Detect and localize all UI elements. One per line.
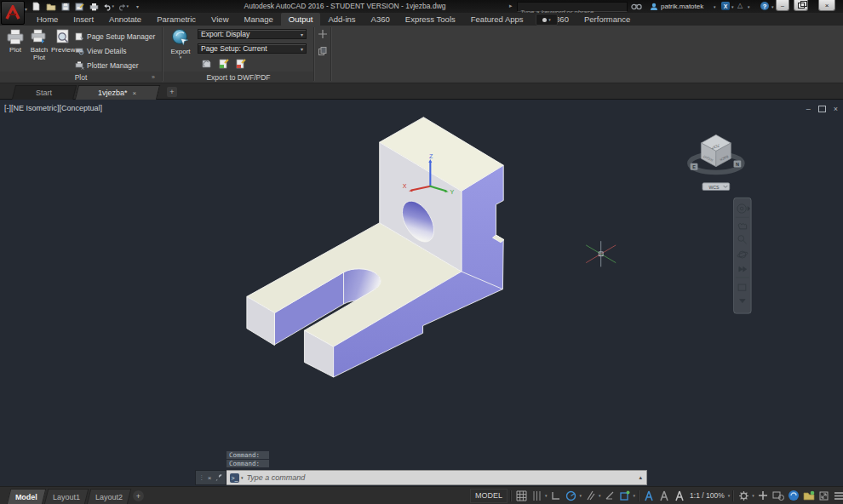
help-button[interactable]: ? [760,2,769,10]
viewcube[interactable]: E N TOP RIGHT BACK WCS [690,135,743,190]
undo-caret-icon[interactable]: ▾ [112,4,114,9]
tab-insert[interactable]: Insert [66,13,101,26]
export-button[interactable]: Export ▾ [167,28,194,60]
undo-button[interactable]: ▾ [103,2,114,12]
minimize-button[interactable]: – [776,0,789,11]
command-recent-icon[interactable]: >_ [230,473,239,483]
a360-caret-icon[interactable]: ▾ [748,4,750,9]
command-bar-grip-icon[interactable]: ⋮ [198,474,204,481]
isolate-objects-toggle[interactable] [802,489,816,502]
tab-performance[interactable]: Performance [576,13,638,26]
save-as-button[interactable] [74,2,85,12]
page-setup-dropdown[interactable]: Page Setup: Current ▾ [198,43,307,54]
export-target-dropdown[interactable]: Export: Display ▾ [198,29,307,39]
polar-caret-icon[interactable]: ▾ [580,493,582,498]
close-tab-icon[interactable]: × [133,89,137,97]
tab-a360[interactable]: A360 [364,13,398,26]
grid-display-toggle[interactable] [514,489,528,502]
exchange-apps-icon[interactable]: X [721,2,730,10]
graphics-performance-toggle[interactable] [771,489,785,502]
new-layout-button[interactable]: + [133,490,144,501]
clean-screen-toggle[interactable] [817,489,831,502]
help-caret-icon[interactable]: ▾ [771,4,774,9]
close-button[interactable]: × [818,0,835,11]
customize-wrench-icon[interactable] [215,473,223,482]
batch-export-button[interactable] [201,58,212,69]
snap-mode-toggle[interactable] [530,489,543,502]
model-space-indicator[interactable]: MODEL [470,489,508,503]
navigation-bar[interactable] [734,198,752,313]
file-tab-drawing[interactable]: 1vjezba* × [75,85,160,100]
search-binoculars-icon[interactable] [631,2,642,10]
tab-home[interactable]: Home [29,13,66,26]
viewport-controls-label[interactable]: [-][NE Isometric][Conceptual] [4,104,102,112]
drawing-area[interactable]: [-][NE Isometric][Conceptual] – × [0,100,843,486]
layout-tab-layout2[interactable]: Layout2 [87,489,132,504]
viewport-close-icon[interactable]: × [834,105,838,113]
viewport-minimize-icon[interactable]: – [806,105,811,113]
annotation-visibility-toggle[interactable] [642,489,656,502]
add-cleanscreen-icon[interactable] [756,489,770,502]
save-button[interactable] [60,2,71,12]
tab-view[interactable]: View [204,13,236,26]
preview-button[interactable]: Preview [51,28,75,54]
restore-button[interactable] [794,0,808,11]
workspace-gear-icon[interactable] [737,489,750,502]
open-file-button[interactable] [45,2,56,12]
redo-caret-icon[interactable]: ▾ [126,4,129,9]
batch-plot-button[interactable]: Batch Plot [27,28,51,61]
command-input-bar[interactable]: >_ ▾ ▴ [227,470,647,485]
snap-caret-icon[interactable]: ▾ [545,493,548,498]
new-drawing-tab-button[interactable]: + [167,87,177,97]
new-file-button[interactable] [31,2,42,12]
command-input[interactable] [245,472,639,483]
annotation-scale-value[interactable]: 1:1 / 100% [688,491,726,500]
plotter-manager-button[interactable]: Plotter Manager [75,60,138,70]
workspace-caret-icon[interactable]: ▾ [752,493,754,498]
scale-caret-icon[interactable]: ▾ [728,493,731,498]
plot-panel-expander-icon[interactable]: » [152,74,155,80]
qat-customize-button[interactable]: ▾ [132,2,143,12]
signed-in-user[interactable]: patrik.matotek [661,3,703,10]
object-snap-toggle[interactable] [618,489,632,502]
hardware-acceleration-toggle[interactable] [787,489,800,502]
tab-output[interactable]: Output [281,13,321,26]
osnap-caret-icon[interactable]: ▾ [634,493,636,498]
tab-annotate[interactable]: Annotate [101,13,149,26]
command-expand-icon[interactable]: ▴ [639,474,642,481]
isometric-drafting-toggle[interactable] [583,489,597,502]
partial-panel-icon[interactable] [318,46,329,57]
tab-add-ins[interactable]: Add-ins [320,13,363,26]
exchange-caret-icon[interactable]: ▾ [731,4,734,9]
plot-panel-strip[interactable]: Plot » [0,72,162,83]
export-dwfx-button[interactable] [235,58,246,69]
command-bar-close-icon[interactable]: × [208,474,212,482]
object-snap-tracking-toggle[interactable] [603,489,616,502]
view-details-button[interactable]: View Details [75,46,127,55]
solid-model[interactable] [247,117,504,377]
partial-panel-icon[interactable] [318,29,329,40]
isodraft-caret-icon[interactable]: ▾ [599,493,601,498]
file-tab-start[interactable]: Start [12,85,77,100]
tab-parametric[interactable]: Parametric [149,13,204,26]
export-dwf-button[interactable] [218,58,229,69]
redo-button[interactable]: ▾ [118,2,129,12]
performance-recorder-button[interactable]: ▾ [536,14,558,26]
command-caret-icon[interactable]: ▾ [241,475,244,480]
page-setup-manager-button[interactable]: Page Setup Manager [75,32,155,41]
layout-tab-layout1[interactable]: Layout1 [44,489,89,504]
annotation-scale-icon[interactable] [673,489,686,502]
layout-tab-model[interactable]: Model [7,489,47,504]
export-panel-strip[interactable]: Export to DWF/PDF [163,72,313,83]
application-menu-button[interactable] [1,1,25,25]
tab-express-tools[interactable]: Express Tools [398,13,463,26]
tab-manage[interactable]: Manage [237,13,281,26]
user-avatar-icon[interactable] [650,3,658,11]
plot-button[interactable]: Plot [3,28,27,54]
viewport-restore-icon[interactable] [818,106,826,112]
autoscale-toggle[interactable] [657,489,671,502]
tab-featured-apps[interactable]: Featured Apps [463,13,531,26]
app-menu-caret-icon[interactable]: ▾ [25,6,27,12]
search-arrow-icon[interactable]: ▸ [509,3,513,9]
user-caret-icon[interactable]: ▾ [714,4,716,9]
